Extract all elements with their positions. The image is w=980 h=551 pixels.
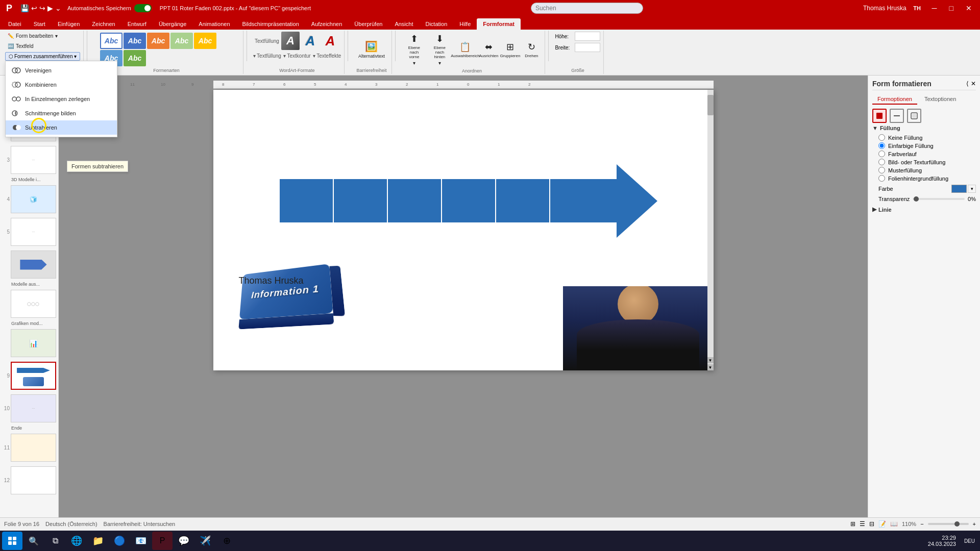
color-dropdown-btn[interactable]: ▾ [968, 185, 976, 193]
shape-style-3[interactable]: Abc [147, 33, 169, 49]
close-button[interactable]: ✕ [962, 0, 976, 16]
shape-style-7[interactable]: Abc [124, 50, 146, 66]
drehen-button[interactable]: ↻ Drehen [521, 40, 542, 60]
user-avatar[interactable]: TH [911, 2, 924, 15]
autosave-toggle[interactable] [134, 4, 152, 12]
tab-dictation[interactable]: Dictation [419, 18, 453, 30]
merge-vereinigen[interactable]: Vereinigen [6, 63, 117, 78]
maximize-button[interactable]: □ [945, 0, 958, 16]
outlook-btn[interactable]: 📧 [131, 532, 151, 550]
slide-thumb-11[interactable] [11, 434, 56, 462]
slide-thumb-8[interactable]: 📊 [11, 329, 56, 357]
fill-farbverlauf-row[interactable]: Farbverlauf [878, 151, 976, 157]
line-section-header[interactable]: ▶ Linie [872, 206, 976, 213]
wordart-btn-1[interactable]: A [281, 32, 300, 50]
fill-einfarbig-radio[interactable] [878, 142, 885, 149]
tab-textoptionen[interactable]: Textoptionen [919, 94, 961, 105]
wordart-btn-3[interactable]: A [321, 32, 339, 50]
tab-hilfe[interactable]: Hilfe [453, 18, 477, 30]
tab-entwurf[interactable]: Entwurf [121, 18, 153, 30]
fill-einfarbig-row[interactable]: Einfarbige Füllung [878, 142, 976, 149]
save-button[interactable]: 💾 [20, 4, 29, 12]
start-button[interactable] [2, 532, 22, 550]
tab-bildschirm[interactable]: Bildschirmpräsentation [236, 18, 305, 30]
shape-icon-effects[interactable] [907, 109, 921, 123]
fill-farbverlauf-radio[interactable] [878, 151, 885, 157]
fill-folie-row[interactable]: Folienhintergrundfüllung [878, 175, 976, 182]
tab-formformat[interactable]: Formformat [477, 18, 521, 30]
slide-canvas[interactable]: Information 1 Thomas Hruska ▼ ▼ [213, 90, 714, 370]
outline-view-btn[interactable]: ☰ [860, 520, 865, 528]
edge-browser-btn[interactable]: 🌐 [66, 532, 87, 550]
slide-thumb-4[interactable]: 🧊 [11, 185, 56, 213]
fill-keine-row[interactable]: Keine Füllung [878, 134, 976, 141]
shape-style-4[interactable]: Abc [170, 33, 193, 49]
slide-thumb-3[interactable]: ··· [11, 146, 56, 174]
tab-formoptionen[interactable]: Formoptionen [872, 94, 917, 105]
gruppieren-button[interactable]: ⊞ Gruppieren [500, 40, 520, 60]
fill-bild-radio[interactable] [878, 159, 885, 165]
presentation-button[interactable]: ▶ [47, 4, 53, 12]
slide-thumb-5[interactable]: ··· [11, 218, 56, 246]
undo-button[interactable]: ↩ [31, 4, 37, 12]
merge-einzelmengen[interactable]: In Einzelmengen zerlegen [6, 92, 117, 106]
fill-keine-radio[interactable] [878, 134, 885, 141]
ebene-vor-button[interactable]: ⬆ Ebene nach vorne ▾ [402, 32, 426, 67]
minimize-button[interactable]: ─ [928, 0, 941, 16]
tab-aufzeichnen[interactable]: Aufzeichnen [305, 18, 349, 30]
search-taskbar-btn[interactable]: 🔍 [23, 532, 44, 550]
fill-folie-radio[interactable] [878, 175, 885, 182]
fill-muster-row[interactable]: Musterfüllung [878, 167, 976, 173]
ebene-hinter-button[interactable]: ⬇ Ebene nach hinten ▾ [427, 32, 452, 67]
normal-view-btn[interactable]: ⊞ [850, 520, 855, 528]
video-thumbnail[interactable] [563, 286, 714, 370]
redo-button[interactable]: ↪ [39, 4, 45, 12]
reading-view-btn[interactable]: 📖 [890, 520, 898, 528]
vscroll-down[interactable]: ▼ [707, 357, 714, 363]
canvas-vscrollbar[interactable]: ▼ ▼ [707, 90, 714, 370]
slide-sorter-btn[interactable]: ⊟ [869, 520, 874, 528]
more-qa-button[interactable]: ⌄ [55, 4, 61, 12]
slide-thumb-6[interactable] [11, 251, 56, 279]
chrome-btn[interactable]: 🔵 [109, 532, 130, 550]
merge-kombinieren[interactable]: Kombinieren [6, 78, 117, 92]
color-swatch[interactable] [951, 185, 967, 193]
fill-muster-radio[interactable] [878, 167, 885, 173]
form-bearbeiten-button[interactable]: ✏️ Form bearbeiten ▾ [5, 32, 60, 40]
shape-style-1[interactable]: Abc [100, 33, 122, 49]
task-view-btn[interactable]: ⧉ [45, 532, 65, 550]
slide-thumb-9[interactable] [11, 362, 56, 390]
shape-icon-line[interactable] [890, 109, 904, 123]
vscroll-thumb[interactable] [707, 95, 714, 115]
fill-bild-row[interactable]: Bild- oder Texturfüllung [878, 159, 976, 165]
zoom-slider[interactable] [928, 523, 969, 525]
tab-start[interactable]: Start [28, 18, 52, 30]
textfeld-button[interactable]: 🔤 Textfeld [5, 42, 36, 51]
width-input[interactable] [575, 43, 600, 52]
slide-thumb-7[interactable]: ⬡⬡⬡ [11, 290, 56, 318]
panel-close-button[interactable]: ✕ [971, 80, 976, 87]
slide-thumb-10[interactable]: ··· [11, 394, 56, 422]
transparency-slider[interactable] [913, 198, 965, 200]
zoom-out-btn[interactable]: − [920, 521, 923, 527]
shapes-merge-button[interactable]: ⬡ Formen zusammenführen ▾ [5, 52, 80, 61]
tab-einfuegen[interactable]: Einfügen [52, 18, 86, 30]
shape-icon-fill[interactable] [872, 109, 887, 123]
wordart-btn-2[interactable]: A [301, 32, 320, 50]
vscroll-bottom[interactable]: ▼ [707, 364, 714, 370]
tab-uebergaenge[interactable]: Übergänge [153, 18, 192, 30]
tab-animationen[interactable]: Animationen [192, 18, 236, 30]
merge-schnittmenge[interactable]: Schnittmenge bilden [6, 106, 117, 120]
alternativtext-button[interactable]: 🖼️ Alternativtext [356, 39, 387, 60]
search-input[interactable] [531, 3, 643, 14]
merge-subtrahieren[interactable]: Subtrahieren [6, 120, 117, 135]
explorer-btn[interactable]: 📁 [88, 532, 108, 550]
fill-section-header[interactable]: ▼ Füllung [872, 125, 976, 131]
tab-zeichnen[interactable]: Zeichnen [86, 18, 121, 30]
shape-style-2[interactable]: Abc [124, 33, 146, 49]
tab-ansicht[interactable]: Ansicht [388, 18, 419, 30]
panel-collapse-button[interactable]: ⟨ [966, 80, 969, 87]
tab-ueberpruefen[interactable]: Überprüfen [348, 18, 388, 30]
teams-btn[interactable]: 💬 [174, 532, 194, 550]
more-taskbar-btn[interactable]: ⊕ [216, 532, 237, 550]
